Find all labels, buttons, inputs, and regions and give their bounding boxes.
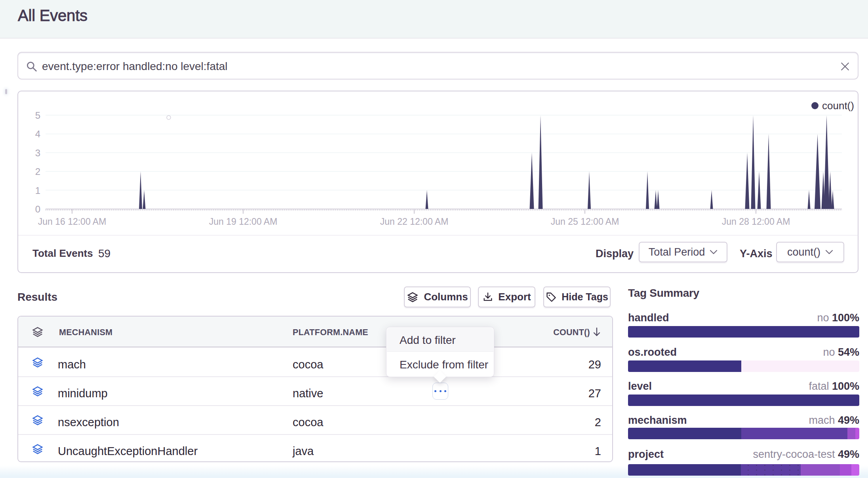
svg-text:Jun 28 12:00 AM: Jun 28 12:00 AM (722, 216, 790, 227)
svg-text:1: 1 (35, 185, 40, 196)
svg-text:Jun 16 12:00 AM: Jun 16 12:00 AM (38, 216, 107, 227)
svg-text:0: 0 (35, 204, 40, 214)
svg-text:Jun 19 12:00 AM: Jun 19 12:00 AM (209, 216, 278, 227)
svg-text:5: 5 (35, 110, 40, 121)
svg-text:Jun 22 12:00 AM: Jun 22 12:00 AM (380, 216, 449, 227)
svg-text:3: 3 (35, 148, 40, 158)
svg-text:count(): count() (822, 100, 854, 112)
svg-text:2: 2 (35, 166, 40, 177)
svg-text:4: 4 (35, 129, 40, 139)
svg-text:Jun 25 12:00 AM: Jun 25 12:00 AM (551, 216, 619, 227)
